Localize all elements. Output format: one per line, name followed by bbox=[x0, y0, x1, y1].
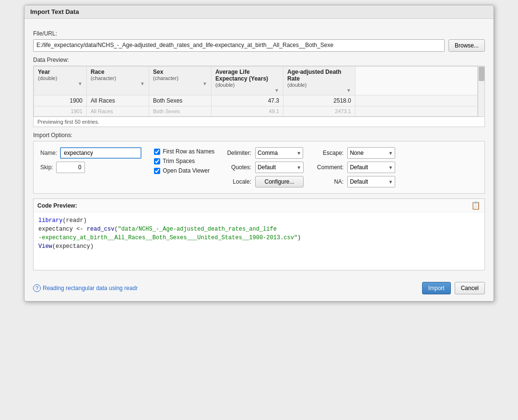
import-dialog: Import Text Data File/URL: E:/life_expec… bbox=[24, 5, 494, 302]
name-input[interactable] bbox=[60, 147, 141, 159]
name-label: Name: bbox=[40, 150, 57, 156]
dialog-title-text: Import Text Data bbox=[30, 8, 79, 15]
na-select[interactable]: Default NA NULL bbox=[347, 176, 395, 187]
first-row-names-checkbox[interactable]: First Row as Names bbox=[154, 148, 214, 155]
help-text: Reading rectangular data using readr bbox=[43, 285, 138, 292]
name-skip-col: Name: Skip: bbox=[40, 147, 141, 173]
skip-input[interactable] bbox=[56, 162, 85, 173]
dialog-footer: ? Reading rectangular data using readr I… bbox=[24, 277, 494, 301]
code-string-path2: -expectancy_at_birth__All_Races__Both_Se… bbox=[38, 234, 297, 241]
na-select-wrapper: Default NA NULL ▼ bbox=[347, 176, 395, 187]
col-race: Race (character) ▼ bbox=[87, 67, 149, 95]
import-options-section: Import Options: Name: Skip: bbox=[33, 132, 485, 194]
comment-select-wrapper: Default # % ▼ bbox=[347, 162, 395, 173]
copy-icon[interactable]: 📋 bbox=[471, 201, 481, 210]
trim-spaces-checkbox[interactable]: Trim Spaces bbox=[154, 158, 214, 164]
col-avg-life: Average Life Expectancy (Years) (double)… bbox=[212, 67, 283, 95]
code-preview-label: Code Preview: bbox=[37, 202, 77, 209]
delimiter-grid: Delimiter: Comma Tab Whitespace Semicolo… bbox=[227, 147, 403, 187]
escape-label: Escape: bbox=[317, 150, 343, 156]
col-sex: Sex (character) ▼ bbox=[149, 67, 212, 95]
comment-select[interactable]: Default # % bbox=[347, 162, 395, 173]
code-preview-body: library(readr) expectancy <- read_csv("d… bbox=[34, 212, 484, 270]
table-row: 1900 All Races Both Sexes 47.3 2518.0 bbox=[34, 95, 478, 106]
table-row: 1901 All Races Both Sexes 49.1 2473.1 bbox=[34, 106, 478, 117]
table-scrollbar[interactable] bbox=[478, 66, 484, 117]
dialog-title-bar: Import Text Data bbox=[24, 5, 494, 19]
delimiter-select-wrapper: Comma Tab Whitespace Semicolon Other ▼ bbox=[255, 147, 304, 159]
comment-label: Comment: bbox=[317, 164, 343, 171]
quotes-label: Quotes: bbox=[227, 164, 251, 171]
help-icon: ? bbox=[33, 284, 41, 292]
browse-button[interactable]: Browse... bbox=[448, 39, 485, 52]
cancel-button[interactable]: Cancel bbox=[455, 282, 485, 294]
code-view-fn: View bbox=[38, 243, 52, 250]
options-layout: Name: Skip: First Row as Names bbox=[40, 147, 478, 187]
preview-table: Year (double) ▼ Race (character) ▼ Sex (… bbox=[34, 66, 478, 117]
skip-label: Skip: bbox=[40, 164, 53, 171]
dialog-body: File/URL: E:/life_expectancy/data/NCHS_-… bbox=[24, 19, 494, 277]
delimiter-select[interactable]: Comma Tab Whitespace Semicolon Other bbox=[255, 147, 303, 159]
name-row: Name: bbox=[40, 147, 141, 159]
file-row: E:/life_expectancy/data/NCHS_-_Age-adjus… bbox=[33, 39, 485, 52]
code-preview-section: Code Preview: 📋 library(readr) expectanc… bbox=[33, 198, 485, 270]
col-empty bbox=[355, 67, 478, 95]
help-link[interactable]: ? Reading rectangular data using readr bbox=[33, 284, 138, 292]
escape-select-wrapper: None Backslash Double ▼ bbox=[347, 147, 395, 159]
import-button[interactable]: Import bbox=[422, 282, 451, 294]
checkboxes-col: First Row as Names Trim Spaces Open Data… bbox=[154, 148, 214, 174]
na-label: NA: bbox=[317, 178, 343, 185]
file-label: File/URL: bbox=[33, 30, 485, 37]
quotes-select[interactable]: Default None Double Quote Single Quote bbox=[255, 162, 304, 173]
quotes-select-wrapper: Default None Double Quote Single Quote ▼ bbox=[255, 162, 304, 173]
preview-area: Year (double) ▼ Race (character) ▼ Sex (… bbox=[33, 66, 485, 117]
import-options-label: Import Options: bbox=[33, 132, 485, 139]
file-input[interactable]: E:/life_expectancy/data/NCHS_-_Age-adjus… bbox=[33, 39, 445, 52]
open-data-viewer-checkbox[interactable]: Open Data Viewer bbox=[154, 167, 214, 174]
scrollbar-thumb bbox=[479, 67, 484, 81]
delimiter-label: Delimiter: bbox=[227, 150, 251, 156]
code-string-path: "data/NCHS_-_Age-adjusted_death_rates_an… bbox=[118, 226, 277, 233]
col-year: Year (double) ▼ bbox=[34, 67, 87, 95]
import-options-box: Name: Skip: First Row as Names bbox=[33, 141, 485, 194]
skip-row: Skip: bbox=[40, 162, 141, 173]
col-death-rate: Age-adjusted Death Rate (double) ▼ bbox=[283, 67, 355, 95]
preview-info: Previewing first 50 entries. bbox=[33, 117, 485, 127]
escape-select[interactable]: None Backslash Double bbox=[347, 147, 395, 159]
configure-button[interactable]: Configure... bbox=[255, 176, 304, 187]
data-preview-label: Data Preview: bbox=[33, 57, 485, 63]
code-readcsv-fn: read_csv bbox=[87, 226, 115, 233]
code-library-keyword: library bbox=[38, 217, 62, 224]
code-preview-header: Code Preview: 📋 bbox=[34, 199, 484, 212]
locale-label: Locale: bbox=[227, 178, 251, 185]
footer-buttons: Import Cancel bbox=[422, 282, 485, 294]
